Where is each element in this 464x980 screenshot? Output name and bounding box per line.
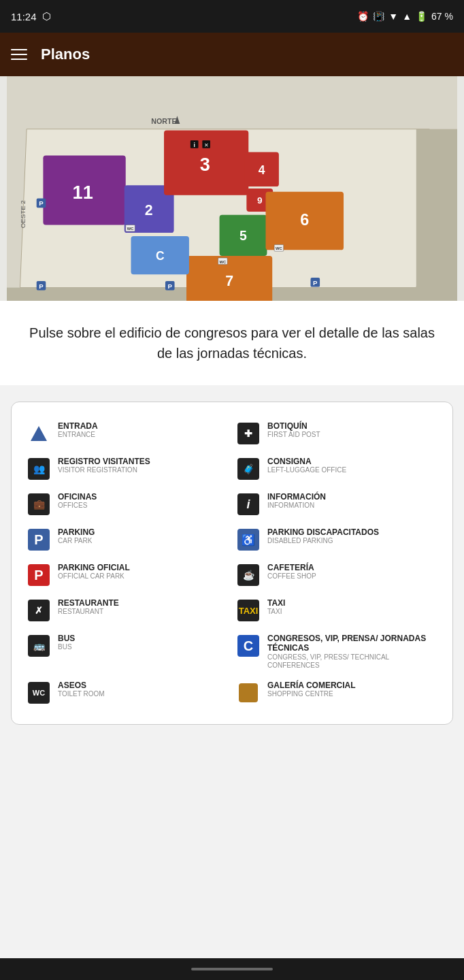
informacion-sub: INFORMATION [267,502,326,510]
information-icon: i [236,492,261,517]
map-area[interactable]: 11 2 3 4 9 5 6 7 C NORTE OESTE 2 OESTE 1 [0,76,464,301]
svg-text:NORTE: NORTE [151,117,176,125]
vibrate-icon: 📳 [373,11,384,22]
legend-galeria: GALERÍA COMERCIAL SHOPPING CENTRE [232,675,442,710]
legend-botiquin: ✚ BOTIQUÍN FIRST AID POST [232,416,442,451]
legend-registro: 👥 REGISTRO VISITANTES VISITOR REGISTRATI… [22,451,232,487]
description-paragraph: Pulse sobre el edificio de congresos par… [27,323,437,363]
shopping-icon [236,681,261,705]
luggage-icon: 🧳 [236,457,261,481]
legend-grid: ENTRADA ENTRANCE ✚ BOTIQUÍN FIRST AID PO… [22,416,442,710]
bus-icon: 🚌 [27,634,51,658]
legend-parking: P PARKING CAR PARK [22,522,232,557]
legend-taxi: TAXI TAXI TAXI [232,593,442,628]
registro-label: REGISTRO VISITANTES [58,457,150,466]
entrada-sub: ENTRANCE [58,431,98,439]
entrance-icon [27,421,51,446]
legend-parking-oficial: P PARKING OFICIAL OFFICIAL CAR PARK [22,557,232,593]
svg-text:✕: ✕ [204,142,209,148]
galeria-label: GALERÍA COMERCIAL [267,681,356,690]
legend-entrada: ENTRADA ENTRANCE [22,416,232,451]
svg-text:4: 4 [259,163,265,177]
consigna-label: CONSIGNA [267,457,346,466]
offices-icon: 💼 [27,492,51,517]
svg-text:2: 2 [145,202,153,218]
status-right: ⏰ 📳 ▼ ▲ 🔋 67 % [357,11,453,22]
svg-text:6: 6 [300,211,309,229]
svg-text:7: 7 [225,273,233,289]
congress-icon: C [236,634,261,658]
taxi-label: TAXI [267,598,285,608]
restaurant-icon: ✗ [27,598,51,623]
signal-icon: ▲ [402,11,412,22]
svg-text:9: 9 [257,195,263,206]
consigna-sub: LEFT-LUGGAGE OFFICE [267,466,346,474]
svg-text:P: P [39,282,44,290]
legend-informacion: i INFORMACIÓN INFORMATION [232,487,442,522]
description-text: Pulse sobre el edificio de congresos par… [0,301,464,385]
bus-label: BUS [58,634,75,643]
svg-text:WC: WC [220,260,227,264]
parking-disc-label: PARKING DISCAPACITADOS [267,527,379,537]
legend-cafeteria: ☕ CAFETERÍA COFFEE SHOP [232,557,442,593]
bottom-nav-bar [0,958,464,980]
svg-text:5: 5 [239,228,247,243]
parking-disc-sub: DISABLED PARKING [267,537,379,545]
page-title: Planos [41,46,90,63]
restaurante-label: RESTAURANTE [58,598,119,608]
legend-bus: 🚌 BUS BUS [22,628,232,675]
legend-oficinas: 💼 OFICINAS OFFICES [22,487,232,522]
legend-container: ENTRADA ENTRANCE ✚ BOTIQUÍN FIRST AID PO… [11,402,453,725]
svg-rect-5 [416,129,457,301]
legend-restaurante: ✗ RESTAURANTE RESTAURANT [22,593,232,628]
svg-text:P: P [39,199,44,207]
visitor-registration-icon: 👥 [27,457,51,481]
venue-map[interactable]: 11 2 3 4 9 5 6 7 C NORTE OESTE 2 OESTE 1 [0,76,464,301]
teams-icon: ⬡ [42,10,51,22]
status-bar: 11:24 ⬡ ⏰ 📳 ▼ ▲ 🔋 67 % [0,0,464,33]
parking-icon: P [27,527,51,552]
toilet-icon: WC [27,681,51,705]
entrada-label: ENTRADA [58,421,98,431]
registro-sub: VISITOR REGISTRATION [58,466,150,474]
official-parking-icon: P [27,563,51,587]
svg-text:WC: WC [276,246,282,250]
alarm-icon: ⏰ [357,11,369,22]
svg-text:11: 11 [73,182,93,203]
svg-text:P: P [168,282,173,290]
battery-icon: 🔋 [416,11,427,22]
battery-level: 67 % [431,11,453,22]
parking-oficial-label: PARKING OFICIAL [58,563,130,572]
bus-sub: BUS [58,643,75,651]
legend-aseos: WC ASEOS TOILET ROOM [22,675,232,710]
informacion-label: INFORMACIÓN [267,492,326,502]
oficinas-label: OFICINAS [58,492,97,502]
botiquin-sub: FIRST AID POST [267,431,320,439]
legend-congresos: C CONGRESOS, VIP, PRENSA/ JORNADAS TÉCNI… [232,628,442,675]
congresos-label: CONGRESOS, VIP, PRENSA/ JORNADAS TÉCNICA… [267,634,437,653]
status-left: 11:24 ⬡ [11,10,51,22]
oficinas-sub: OFFICES [58,502,97,510]
congresos-sub: CONGRESS, VIP, PRESS/ TECHNICAL CONFEREN… [267,653,437,670]
cafeteria-label: CAFETERÍA [267,563,316,572]
cafeteria-sub: COFFEE SHOP [267,572,316,581]
home-indicator [191,968,273,970]
svg-text:P: P [313,279,318,287]
taxi-icon: TAXI [236,598,261,623]
svg-text:C: C [156,249,165,263]
parking-label: PARKING [58,527,95,537]
first-aid-icon: ✚ [236,421,261,446]
disabled-parking-icon: ♿ [236,527,261,552]
header: Planos [0,33,464,76]
svg-text:3: 3 [200,154,210,175]
legend-consigna: 🧳 CONSIGNA LEFT-LUGGAGE OFFICE [232,451,442,487]
wifi-icon: ▼ [388,11,398,22]
aseos-sub: TOILET ROOM [58,690,105,698]
svg-text:OESTE 2: OESTE 2 [19,200,27,228]
botiquin-label: BOTIQUÍN [267,421,320,431]
time: 11:24 [11,11,37,22]
svg-text:i: i [193,142,195,148]
menu-button[interactable] [11,49,27,60]
galeria-sub: SHOPPING CENTRE [267,690,356,698]
parking-sub: CAR PARK [58,537,95,545]
